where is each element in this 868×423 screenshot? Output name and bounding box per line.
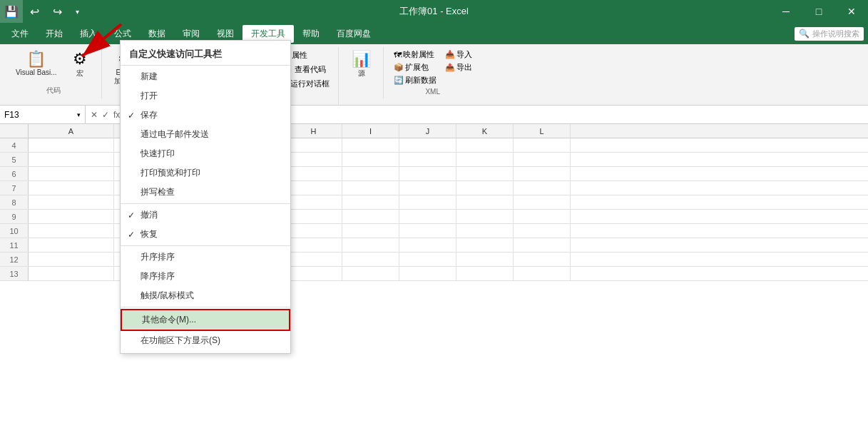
menu-insert[interactable]: 插入 xyxy=(71,25,106,43)
dropdown-item-spell-check[interactable]: 拼写检查 xyxy=(121,183,290,202)
cell-h10[interactable] xyxy=(285,224,342,238)
cell-l9[interactable] xyxy=(514,210,571,223)
name-box[interactable]: F13 ▾ xyxy=(0,106,86,123)
cell-k5[interactable] xyxy=(456,153,514,166)
dropdown-item-more-commands[interactable]: 其他命令(M)... xyxy=(121,309,290,331)
map-props-btn[interactable]: 🗺 映射属性 xyxy=(391,49,439,61)
menu-file[interactable]: 文件 xyxy=(3,25,37,43)
col-header-j[interactable]: J xyxy=(399,124,456,138)
cell-i10[interactable] xyxy=(342,224,399,238)
cell-j11[interactable] xyxy=(399,238,456,252)
col-header-a[interactable]: A xyxy=(29,124,114,138)
cell-h4[interactable] xyxy=(285,138,342,152)
cell-h7[interactable] xyxy=(285,181,342,195)
cell-a12[interactable] xyxy=(29,253,114,266)
cell-h9[interactable] xyxy=(285,210,342,223)
col-header-k[interactable]: K xyxy=(456,124,514,138)
visual-basic-btn[interactable]: 📋 Visual Basi... xyxy=(11,49,61,78)
save-btn[interactable]: 💾 xyxy=(0,0,23,23)
cell-h5[interactable] xyxy=(285,153,342,166)
cell-a5[interactable] xyxy=(29,153,114,166)
export-btn[interactable]: 📤 导出 xyxy=(442,61,475,73)
cell-l13[interactable] xyxy=(514,267,571,280)
cell-k11[interactable] xyxy=(456,238,514,252)
cell-h12[interactable] xyxy=(285,253,342,266)
cell-l5[interactable] xyxy=(514,153,571,166)
cell-j7[interactable] xyxy=(399,181,456,195)
macro-btn[interactable]: ⚙ 宏 xyxy=(64,49,96,80)
expand-pack-btn[interactable]: 📦 扩展包 xyxy=(391,61,439,73)
close-btn[interactable]: ✕ xyxy=(835,0,868,23)
cell-k9[interactable] xyxy=(456,210,514,223)
dropdown-item-new[interactable]: 新建 xyxy=(121,67,290,86)
cell-a4[interactable] xyxy=(29,138,114,152)
cell-l11[interactable] xyxy=(514,238,571,252)
cell-l8[interactable] xyxy=(514,195,571,209)
source-btn[interactable]: 📊 源 xyxy=(346,49,377,80)
menu-baidu[interactable]: 百度网盘 xyxy=(328,25,379,43)
cell-a13[interactable] xyxy=(29,267,114,280)
cell-h11[interactable] xyxy=(285,238,342,252)
dropdown-item-quick-print[interactable]: 快速打印 xyxy=(121,144,290,163)
cell-i11[interactable] xyxy=(342,238,399,252)
cell-a6[interactable] xyxy=(29,167,114,180)
col-header-l[interactable]: L xyxy=(514,124,571,138)
cell-i13[interactable] xyxy=(342,267,399,280)
search-box[interactable]: 🔍 操作说明搜索 xyxy=(795,27,864,41)
name-box-arrow[interactable]: ▾ xyxy=(77,111,81,118)
cell-i9[interactable] xyxy=(342,210,399,223)
cell-h13[interactable] xyxy=(285,267,342,280)
cell-j13[interactable] xyxy=(399,267,456,280)
col-header-h[interactable]: H xyxy=(285,124,342,138)
cell-k6[interactable] xyxy=(456,167,514,180)
confirm-formula-btn[interactable]: ✓ xyxy=(100,110,111,120)
cell-i4[interactable] xyxy=(342,138,399,152)
dropdown-item-sort-desc[interactable]: 降序排序 xyxy=(121,267,290,286)
cell-l7[interactable] xyxy=(514,181,571,195)
cell-k13[interactable] xyxy=(456,267,514,280)
cell-i6[interactable] xyxy=(342,167,399,180)
col-header-i[interactable]: I xyxy=(342,124,399,138)
cell-i12[interactable] xyxy=(342,253,399,266)
cell-i5[interactable] xyxy=(342,153,399,166)
dropdown-item-show-below[interactable]: 在功能区下方显示(S) xyxy=(121,331,290,350)
dropdown-item-sort-asc[interactable]: 升序排序 xyxy=(121,248,290,267)
cancel-formula-btn[interactable]: ✕ xyxy=(88,110,100,120)
cell-j12[interactable] xyxy=(399,253,456,266)
cell-i8[interactable] xyxy=(342,195,399,209)
dropdown-item-open[interactable]: 打开 xyxy=(121,86,290,106)
cell-k8[interactable] xyxy=(456,195,514,209)
cell-j4[interactable] xyxy=(399,138,456,152)
customize-quick-access-btn[interactable]: ▾ xyxy=(68,0,86,23)
dropdown-item-print-preview[interactable]: 打印预览和打印 xyxy=(121,163,290,183)
cell-k4[interactable] xyxy=(456,138,514,152)
redo-btn[interactable]: ↪ xyxy=(46,0,68,23)
cell-a10[interactable] xyxy=(29,224,114,238)
cell-a9[interactable] xyxy=(29,210,114,223)
cell-h6[interactable] xyxy=(285,167,342,180)
dropdown-item-email[interactable]: 通过电子邮件发送 xyxy=(121,125,290,144)
maximize-btn[interactable]: □ xyxy=(802,0,835,23)
cell-i7[interactable] xyxy=(342,181,399,195)
cell-l10[interactable] xyxy=(514,224,571,238)
undo-btn[interactable]: ↩ xyxy=(23,0,46,23)
cell-h8[interactable] xyxy=(285,195,342,209)
cell-l4[interactable] xyxy=(514,138,571,152)
cell-j9[interactable] xyxy=(399,210,456,223)
menu-home[interactable]: 开始 xyxy=(37,25,71,43)
cell-k10[interactable] xyxy=(456,224,514,238)
cell-k12[interactable] xyxy=(456,253,514,266)
cell-l12[interactable] xyxy=(514,253,571,266)
cell-j6[interactable] xyxy=(399,167,456,180)
dropdown-item-save[interactable]: 保存 xyxy=(121,106,290,125)
dropdown-item-redo[interactable]: 恢复 xyxy=(121,225,290,244)
cell-j5[interactable] xyxy=(399,153,456,166)
menu-help[interactable]: 帮助 xyxy=(294,25,328,43)
cell-j10[interactable] xyxy=(399,224,456,238)
cell-a8[interactable] xyxy=(29,195,114,209)
import-btn[interactable]: 📥 导入 xyxy=(442,49,475,61)
cell-k7[interactable] xyxy=(456,181,514,195)
minimize-btn[interactable]: ─ xyxy=(770,0,802,23)
cell-a7[interactable] xyxy=(29,181,114,195)
refresh-data-btn[interactable]: 🔄 刷新数据 xyxy=(391,74,439,86)
